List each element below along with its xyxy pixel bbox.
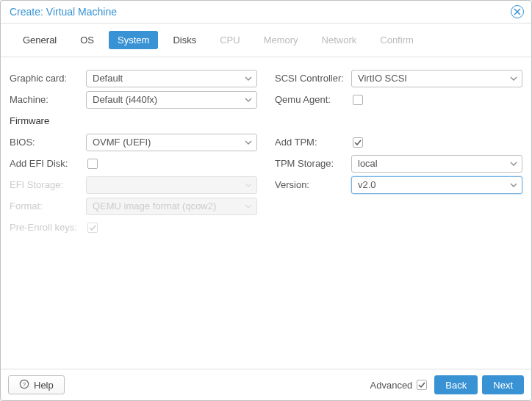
row-scsi-controller: SCSI Controller: VirtIO SCSI bbox=[275, 68, 522, 89]
check-icon bbox=[354, 139, 362, 146]
combo-machine-value: Default (i440fx) bbox=[93, 94, 157, 105]
tab-system[interactable]: System bbox=[109, 31, 158, 49]
label-add-tpm: Add TPM: bbox=[275, 137, 351, 148]
help-button[interactable]: ? Help bbox=[8, 375, 65, 394]
row-version: Version: v2.0 bbox=[275, 174, 522, 195]
label-bios: BIOS: bbox=[10, 137, 86, 148]
label-qemu-agent: Qemu Agent: bbox=[275, 94, 351, 105]
label-machine: Machine: bbox=[10, 94, 86, 105]
advanced-label: Advanced bbox=[370, 380, 413, 391]
back-button-label: Back bbox=[445, 380, 467, 391]
combo-format-value: QEMU image format (qcow2) bbox=[93, 201, 216, 212]
combo-version-value: v2.0 bbox=[358, 179, 376, 190]
combo-efi-storage bbox=[86, 176, 257, 194]
label-pre-enroll-keys: Pre-Enroll keys: bbox=[10, 222, 86, 233]
row-tpm-storage: TPM Storage: local bbox=[275, 153, 522, 174]
label-version: Version: bbox=[275, 179, 351, 190]
help-button-label: Help bbox=[34, 380, 54, 391]
form-body: Graphic card: Default Machine: Default (… bbox=[1, 57, 531, 369]
combo-format: QEMU image format (qcow2) bbox=[86, 198, 257, 215]
label-add-efi-disk: Add EFI Disk: bbox=[10, 158, 86, 169]
next-button[interactable]: Next bbox=[482, 375, 524, 394]
chevron-down-icon bbox=[510, 160, 517, 167]
right-column: SCSI Controller: VirtIO SCSI Qemu Agent:… bbox=[275, 68, 522, 358]
row-bios: BIOS: OVMF (UEFI) bbox=[10, 131, 257, 153]
chevron-down-icon bbox=[245, 203, 252, 210]
checkbox-advanced[interactable] bbox=[417, 380, 427, 390]
label-tpm-storage: TPM Storage: bbox=[275, 158, 351, 169]
next-button-label: Next bbox=[493, 380, 513, 391]
chevron-down-icon bbox=[510, 181, 517, 189]
close-icon bbox=[514, 8, 521, 15]
row-graphic-card: Graphic card: Default bbox=[10, 68, 257, 89]
row-efi-storage: EFI Storage: bbox=[10, 174, 257, 195]
combo-bios-value: OVMF (UEFI) bbox=[93, 137, 151, 148]
checkbox-add-efi-disk[interactable] bbox=[87, 159, 98, 169]
back-button[interactable]: Back bbox=[434, 375, 478, 394]
combo-tpm-storage[interactable]: local bbox=[351, 155, 522, 173]
tab-os[interactable]: OS bbox=[71, 31, 103, 49]
chevron-down-icon bbox=[245, 139, 252, 146]
row-qemu-agent: Qemu Agent: bbox=[275, 89, 522, 110]
combo-tpm-storage-value: local bbox=[358, 158, 378, 169]
firmware-header: Firmware bbox=[10, 110, 257, 131]
firmware-spacer bbox=[275, 110, 522, 131]
chevron-down-icon bbox=[245, 75, 252, 82]
combo-machine[interactable]: Default (i440fx) bbox=[86, 91, 257, 109]
titlebar: Create: Virtual Machine bbox=[1, 1, 531, 24]
help-icon: ? bbox=[19, 379, 29, 391]
svg-text:?: ? bbox=[23, 381, 26, 388]
tab-disks[interactable]: Disks bbox=[164, 31, 205, 49]
dialog-create-vm: Create: Virtual Machine General OS Syste… bbox=[0, 0, 532, 401]
label-format: Format: bbox=[10, 201, 86, 212]
combo-scsi-controller-value: VirtIO SCSI bbox=[358, 73, 407, 84]
close-button[interactable] bbox=[511, 5, 524, 18]
combo-graphic-card-value: Default bbox=[93, 73, 123, 84]
row-pre-enroll-keys: Pre-Enroll keys: bbox=[10, 217, 257, 238]
check-icon bbox=[89, 224, 96, 231]
footer: ? Help Advanced Back Next bbox=[1, 369, 531, 400]
tab-confirm: Confirm bbox=[371, 31, 423, 49]
label-scsi-controller: SCSI Controller: bbox=[275, 73, 351, 84]
row-add-efi-disk: Add EFI Disk: bbox=[10, 153, 257, 174]
label-efi-storage: EFI Storage: bbox=[10, 179, 86, 190]
checkbox-add-tpm[interactable] bbox=[353, 137, 363, 148]
label-graphic-card: Graphic card: bbox=[10, 73, 86, 84]
chevron-down-icon bbox=[510, 75, 517, 82]
checkbox-qemu-agent[interactable] bbox=[353, 95, 363, 105]
tab-general[interactable]: General bbox=[14, 31, 65, 49]
combo-version[interactable]: v2.0 bbox=[351, 176, 522, 194]
row-machine: Machine: Default (i440fx) bbox=[10, 89, 257, 110]
row-format: Format: QEMU image format (qcow2) bbox=[10, 195, 257, 217]
chevron-down-icon bbox=[245, 96, 252, 104]
row-add-tpm: Add TPM: bbox=[275, 131, 522, 153]
left-column: Graphic card: Default Machine: Default (… bbox=[10, 68, 257, 358]
combo-scsi-controller[interactable]: VirtIO SCSI bbox=[351, 70, 522, 87]
tab-memory: Memory bbox=[255, 31, 307, 49]
wizard-tabbar: General OS System Disks CPU Memory Netwo… bbox=[1, 24, 531, 57]
chevron-down-icon bbox=[245, 181, 252, 189]
check-icon bbox=[418, 381, 425, 389]
combo-bios[interactable]: OVMF (UEFI) bbox=[86, 134, 257, 151]
tab-cpu: CPU bbox=[211, 31, 248, 49]
checkbox-pre-enroll-keys bbox=[87, 223, 98, 233]
window-title: Create: Virtual Machine bbox=[10, 6, 117, 18]
combo-graphic-card[interactable]: Default bbox=[86, 70, 257, 87]
advanced-toggle[interactable]: Advanced bbox=[370, 380, 428, 391]
tab-network: Network bbox=[313, 31, 366, 49]
